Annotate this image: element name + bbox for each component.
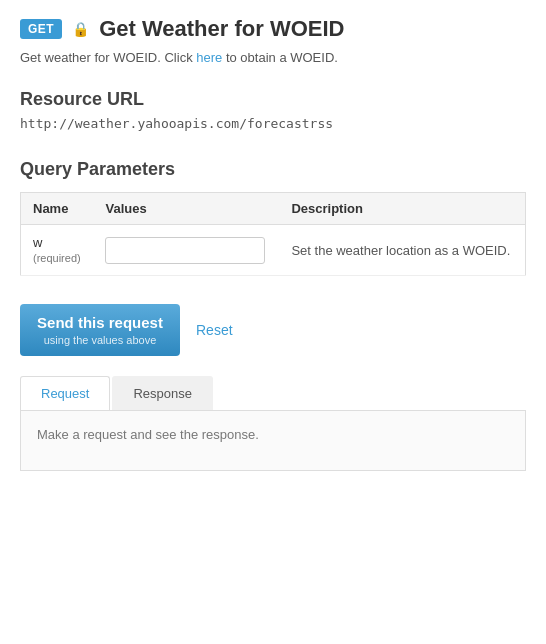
- col-header-values: Values: [93, 193, 279, 225]
- page-container: GET 🔒 Get Weather for WOEID Get weather …: [0, 0, 546, 487]
- response-placeholder: Make a request and see the response.: [37, 427, 509, 442]
- page-title: Get Weather for WOEID: [99, 16, 344, 42]
- col-header-description: Description: [279, 193, 525, 225]
- lock-icon: 🔒: [72, 21, 89, 37]
- header-row: GET 🔒 Get Weather for WOEID: [20, 16, 526, 42]
- param-description-cell: Set the weather location as a WOEID.: [279, 225, 525, 276]
- query-params-section: Query Parameters Name Values Description…: [20, 159, 526, 276]
- send-request-button[interactable]: Send this request using the values above: [20, 304, 180, 356]
- params-table: Name Values Description w(required)Set t…: [20, 192, 526, 276]
- table-header-row: Name Values Description: [21, 193, 526, 225]
- table-row: w(required)Set the weather location as a…: [21, 225, 526, 276]
- buttons-area: Send this request using the values above…: [20, 304, 526, 356]
- tab-request[interactable]: Request: [20, 376, 110, 410]
- resource-url-section: Resource URL http://weather.yahooapis.co…: [20, 89, 526, 131]
- tab-response[interactable]: Response: [112, 376, 213, 410]
- subtitle: Get weather for WOEID. Click here to obt…: [20, 50, 526, 65]
- subtitle-suffix: to obtain a WOEID.: [222, 50, 338, 65]
- param-values-cell: [93, 225, 279, 276]
- param-required: (required): [33, 252, 81, 264]
- resource-url-title: Resource URL: [20, 89, 526, 110]
- param-name-cell: w(required): [21, 225, 94, 276]
- param-description: Set the weather location as a WOEID.: [291, 243, 510, 258]
- resource-url-value: http://weather.yahooapis.com/forecastrss: [20, 116, 526, 131]
- response-area: Make a request and see the response.: [20, 411, 526, 471]
- param-value-input[interactable]: [105, 237, 265, 264]
- col-header-name: Name: [21, 193, 94, 225]
- get-badge: GET: [20, 19, 62, 39]
- tabs-container: RequestResponse: [20, 376, 526, 411]
- send-btn-sub-text: using the values above: [44, 333, 157, 347]
- param-name: w: [33, 235, 42, 250]
- reset-link[interactable]: Reset: [196, 322, 233, 338]
- send-btn-main-text: Send this request: [37, 313, 163, 333]
- subtitle-text: Get weather for WOEID. Click: [20, 50, 196, 65]
- query-params-title: Query Parameters: [20, 159, 526, 180]
- here-link[interactable]: here: [196, 50, 222, 65]
